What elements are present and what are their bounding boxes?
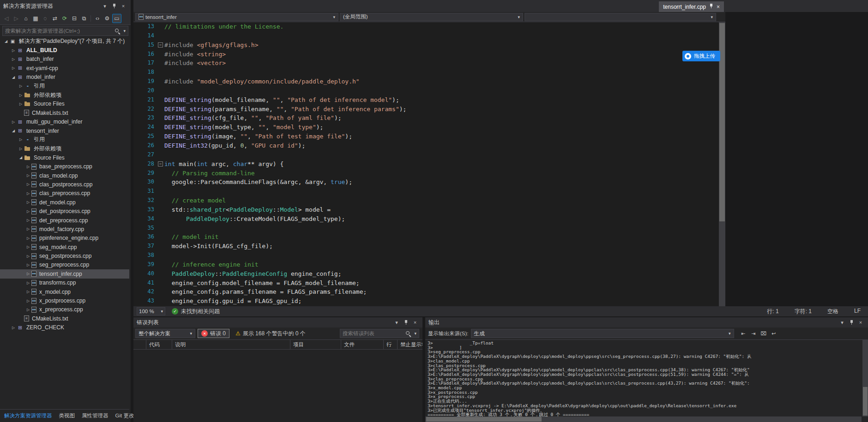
tree-item[interactable]: ▷外部依赖项 (0, 144, 129, 153)
tree-item[interactable]: ▷++det_model.cpp (0, 198, 129, 207)
home-icon[interactable]: ⌂ (21, 14, 30, 23)
close-icon[interactable]: × (717, 4, 720, 10)
tree-item[interactable]: ▷++seg_preprocess.cpp (0, 261, 129, 269)
warnings-filter-button[interactable]: ⚠ 展示 168 个警告中的 0 个 (232, 329, 309, 338)
tree-item[interactable]: ▷⊞ALL_BUILD (0, 46, 129, 54)
code-line[interactable]: 20 (133, 86, 725, 95)
code-line[interactable]: 21DEFINE_string(model_filename, "", "Pat… (133, 95, 725, 105)
refresh-icon[interactable]: ⟳ (60, 14, 69, 23)
error-column-header[interactable]: 禁止显示状态 (398, 340, 422, 349)
expand-arrow-icon[interactable]: ▷ (18, 102, 24, 106)
expand-arrow-icon[interactable]: ▷ (25, 218, 31, 222)
properties-icon[interactable]: ⚙ (102, 14, 112, 23)
expand-arrow-icon[interactable]: ▷ (10, 57, 17, 61)
errors-filter-button[interactable]: ✕ 错误 0 (198, 329, 229, 338)
code-line[interactable]: 18 (133, 68, 725, 77)
tree-item[interactable]: ▷++clas_preprocess.cpp (0, 189, 129, 198)
expand-arrow-icon[interactable]: ▷ (18, 137, 24, 142)
expand-arrow-icon[interactable]: ▷ (25, 236, 31, 240)
view-code-icon[interactable]: ‹› (93, 14, 102, 23)
code-line[interactable]: 26DEFINE_int32(gpu_id, 0, "GPU card id")… (133, 141, 725, 150)
sync-with-active-document-icon[interactable]: ⇄ (50, 14, 60, 23)
tree-item[interactable]: ▷++det_postprocess.cpp (0, 207, 129, 215)
code-line[interactable]: 34 PaddleDeploy::CreateModel(FLAGS_model… (133, 214, 725, 224)
fold-collapse-icon[interactable]: − (158, 42, 163, 48)
status-column[interactable]: 字符: 1 (795, 308, 812, 315)
expand-arrow-icon[interactable]: ▷ (10, 48, 17, 53)
expand-arrow-icon[interactable]: ▷ (25, 272, 31, 276)
output-text[interactable]: 3> _Tp=float3> ]3>seg_preprocess.cpp3>E:… (428, 341, 861, 416)
tree-item[interactable]: ▷++ppinference_engine.cpp (0, 234, 129, 243)
code-line[interactable]: 13// limitations under the License. (133, 22, 725, 31)
jump-to-previous-message-icon[interactable]: ⇤ (739, 329, 748, 338)
expand-arrow-icon[interactable]: ▷ (25, 281, 31, 285)
chevron-down-icon[interactable]: ▾ (392, 319, 401, 326)
pending-changes-filter-icon[interactable]: ◌ (41, 14, 50, 23)
code-line[interactable]: 14 (133, 31, 725, 41)
pin-icon[interactable] (110, 2, 118, 10)
output-horizontal-scrollbar[interactable] (425, 416, 862, 422)
panel-tab-solution-explorer[interactable]: 解决方案资源管理器 (4, 412, 52, 419)
back-icon[interactable]: ◁ (2, 14, 11, 23)
tree-item[interactable]: ◢⊞model_infer (0, 73, 129, 82)
error-column-header[interactable] (133, 340, 146, 349)
tree-item[interactable]: ▷++x_model.cpp (0, 287, 129, 296)
tree-item[interactable]: ▷++det_preprocess.cpp (0, 216, 129, 225)
code-line[interactable]: 33 std::shared_ptr<PaddleDeploy::Model> … (133, 205, 725, 214)
expand-arrow-icon[interactable]: ▷ (25, 263, 31, 267)
show-all-files-icon[interactable]: ⧉ (79, 14, 89, 23)
code-line[interactable]: 38 (133, 251, 725, 260)
code-line[interactable]: 41 engine_config.model_filename = FLAGS_… (133, 279, 725, 288)
tree-item[interactable]: ◢⊞tensorrt_infer (0, 126, 129, 135)
scrollbar-thumb[interactable] (863, 387, 868, 416)
tree-item[interactable]: ▷⊞batch_infer (0, 55, 129, 64)
panel-tab-property-manager[interactable]: 属性管理器 (82, 412, 108, 419)
member-dropdown[interactable]: ▾ (524, 13, 716, 21)
code-line[interactable]: 28−int main(int argc, char** argv) { (133, 160, 725, 169)
tree-item[interactable]: ▷++clas_postprocess.cpp (0, 180, 129, 189)
pin-icon[interactable] (847, 319, 856, 326)
drag-upload-button[interactable]: 拖拽上传 (682, 51, 720, 61)
chevron-down-icon[interactable]: ▾ (414, 331, 416, 336)
chevron-down-icon[interactable]: ▾ (101, 2, 109, 10)
tree-item[interactable]: ◢Source Files (0, 153, 129, 162)
error-scope-dropdown[interactable]: 整个解决方案 ▾ (135, 329, 195, 338)
code-line[interactable]: 25DEFINE_string(image, "", "Path of test… (133, 132, 725, 141)
expand-arrow-icon[interactable]: ▷ (25, 165, 31, 169)
tree-item[interactable]: ▷++seg_model.cpp (0, 243, 129, 251)
expand-arrow-icon[interactable]: ▷ (25, 299, 31, 303)
tree-item[interactable]: ▷⊞multi_gpu_model_infer (0, 118, 129, 126)
tree-item[interactable]: ▷⊞ext-yaml-cpp (0, 64, 129, 72)
forward-icon[interactable]: ▷ (12, 14, 21, 23)
tree-item[interactable]: ◢▣解决方案"PaddleDeploy"(7 个项目, 共 7 个) (0, 37, 129, 46)
error-search-box[interactable]: ▾ (340, 329, 419, 338)
health-check-icon[interactable]: ✓ (172, 308, 178, 315)
expand-arrow-icon[interactable]: ▷ (25, 191, 31, 196)
expand-arrow-icon[interactable]: ▷ (25, 227, 31, 231)
code-line[interactable]: 39 // inference engine init (133, 260, 725, 269)
panel-tab-git-changes[interactable]: Git 更改 (115, 412, 134, 419)
error-search-input[interactable] (343, 331, 405, 336)
document-tab[interactable]: tensorrt_infer.cpp × (659, 1, 724, 12)
close-icon[interactable]: × (119, 2, 127, 10)
code-line[interactable]: 42 engine_config.params_filename = FLAGS… (133, 287, 725, 297)
tree-item[interactable]: ▷▪▪引用 (0, 135, 129, 144)
tree-item[interactable]: ▷++x_preprocess.cpp (0, 305, 129, 314)
error-column-header[interactable]: 说明 (172, 340, 290, 349)
expand-arrow-icon[interactable]: ▷ (18, 84, 24, 88)
code-line[interactable]: 35 (133, 224, 725, 233)
switch-views-icon[interactable]: ▦ (31, 14, 40, 23)
project-dropdown[interactable]: ++ tensorrt_infer ▾ (135, 13, 338, 21)
code-line[interactable]: 19#include "model_deploy/common/include/… (133, 77, 725, 86)
tree-item[interactable]: ▷++seg_postprocess.cpp (0, 251, 129, 260)
code-editor[interactable]: 13// limitations under the License.1415−… (133, 22, 725, 306)
editor-vertical-scrollbar[interactable] (719, 22, 725, 306)
expand-arrow-icon[interactable]: ▷ (25, 254, 31, 258)
close-icon[interactable]: × (856, 319, 865, 326)
collapse-arrow-icon[interactable]: ◢ (3, 39, 9, 43)
tree-item[interactable]: ≡CMakeLists.txt (0, 314, 129, 323)
expand-arrow-icon[interactable]: ▷ (25, 308, 31, 312)
tree-item[interactable]: ▷++model_factory.cpp (0, 225, 129, 233)
expand-arrow-icon[interactable]: ▷ (25, 290, 31, 294)
pin-icon[interactable] (402, 319, 410, 326)
